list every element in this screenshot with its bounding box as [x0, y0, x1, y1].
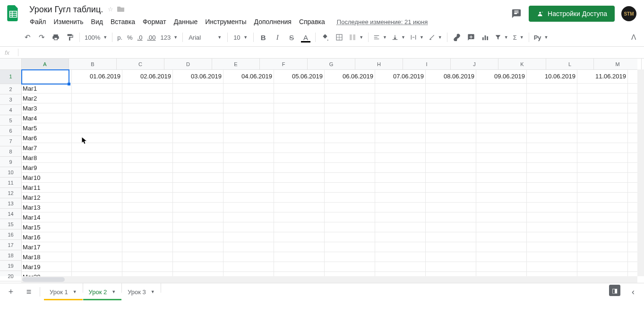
col-header-I[interactable]: I — [403, 59, 451, 69]
cell-B2[interactable] — [72, 84, 122, 93]
text-color-button[interactable]: A — [299, 31, 312, 44]
cell-F20[interactable] — [274, 262, 325, 272]
col-header-D[interactable]: D — [164, 59, 212, 69]
cell-D7[interactable] — [173, 133, 223, 143]
cell-G2[interactable] — [325, 84, 375, 93]
cell-B5[interactable] — [72, 113, 122, 123]
row-header-9[interactable]: 9 — [0, 157, 21, 167]
cell-C1[interactable]: 02.06.2019 — [122, 69, 173, 84]
cell-E21[interactable] — [223, 272, 274, 276]
cell-B9[interactable] — [72, 153, 122, 163]
cell-F3[interactable] — [274, 93, 325, 103]
cell-I6[interactable] — [426, 123, 476, 133]
cell-D19[interactable] — [173, 252, 223, 262]
cell-I9[interactable] — [426, 153, 476, 163]
cell-E15[interactable] — [223, 212, 274, 222]
cell-E2[interactable] — [223, 84, 274, 93]
cell-A16[interactable]: Маг15 — [21, 222, 72, 232]
sheets-logo[interactable] — [4, 4, 23, 23]
cell-A2[interactable]: Маг1 — [21, 84, 72, 93]
cell-G10[interactable] — [325, 163, 375, 173]
zoom-select[interactable]: 100%▼ — [83, 31, 109, 44]
cell-D12[interactable] — [173, 183, 223, 193]
col-header-E[interactable]: E — [212, 59, 260, 69]
cell-H9[interactable] — [375, 153, 426, 163]
comment-button[interactable] — [464, 31, 478, 44]
cell-H3[interactable] — [375, 93, 426, 103]
cell-D17[interactable] — [173, 232, 223, 242]
cell-F2[interactable] — [274, 84, 325, 93]
cell-H16[interactable] — [375, 222, 426, 232]
col-header-C[interactable]: C — [117, 59, 164, 69]
cell-C11[interactable] — [122, 173, 173, 183]
cell-C19[interactable] — [122, 252, 173, 262]
cell-K4[interactable] — [527, 103, 577, 113]
cell-B16[interactable] — [72, 222, 122, 232]
cell-M19[interactable] — [628, 252, 637, 262]
cell-J3[interactable] — [476, 93, 527, 103]
cell-I19[interactable] — [426, 252, 476, 262]
cell-I4[interactable] — [426, 103, 476, 113]
cell-D1[interactable]: 03.06.2019 — [173, 69, 223, 84]
cell-B3[interactable] — [72, 93, 122, 103]
horizontal-scrollbar[interactable] — [21, 276, 637, 283]
cell-K3[interactable] — [527, 93, 577, 103]
cell-J1[interactable]: 09.06.2019 — [476, 69, 527, 84]
cell-G17[interactable] — [325, 232, 375, 242]
cell-I2[interactable] — [426, 84, 476, 93]
cell-H21[interactable] — [375, 272, 426, 276]
script-button[interactable]: Ру▼ — [532, 31, 550, 44]
cell-L4[interactable] — [577, 103, 628, 113]
cell-J2[interactable] — [476, 84, 527, 93]
cell-L9[interactable] — [577, 153, 628, 163]
cell-C20[interactable] — [122, 262, 173, 272]
row-headers[interactable]: 12345678910111213141516171819202122 — [0, 69, 22, 276]
cell-K17[interactable] — [527, 232, 577, 242]
cell-L11[interactable] — [577, 173, 628, 183]
cell-H12[interactable] — [375, 183, 426, 193]
cell-A19[interactable]: Маг18 — [21, 252, 72, 262]
cell-G3[interactable] — [325, 93, 375, 103]
cell-M3[interactable] — [628, 93, 637, 103]
cell-G8[interactable] — [325, 143, 375, 153]
share-button[interactable]: Настройки Доступа — [529, 6, 615, 22]
cell-I17[interactable] — [426, 232, 476, 242]
cell-E7[interactable] — [223, 133, 274, 143]
sheet-tab-1[interactable]: Урок 2▼ — [83, 283, 122, 300]
cell-A10[interactable]: Маг9 — [21, 163, 72, 173]
select-all-corner[interactable] — [0, 59, 22, 70]
cell-A6[interactable]: Маг5 — [21, 123, 72, 133]
cell-J4[interactable] — [476, 103, 527, 113]
cell-L5[interactable] — [577, 113, 628, 123]
row-header-6[interactable]: 6 — [0, 126, 21, 136]
cell-G4[interactable] — [325, 103, 375, 113]
cell-I21[interactable] — [426, 272, 476, 276]
cell-F5[interactable] — [274, 113, 325, 123]
cell-G21[interactable] — [325, 272, 375, 276]
cell-F6[interactable] — [274, 123, 325, 133]
cell-J7[interactable] — [476, 133, 527, 143]
collapse-toolbar-button[interactable]: ᐱ — [627, 31, 640, 44]
cell-G19[interactable] — [325, 252, 375, 262]
menu-вид[interactable]: Вид — [88, 16, 106, 27]
cell-B13[interactable] — [72, 193, 122, 203]
cell-K7[interactable] — [527, 133, 577, 143]
cell-F15[interactable] — [274, 212, 325, 222]
cell-L18[interactable] — [577, 242, 628, 252]
row-header-18[interactable]: 18 — [0, 250, 21, 261]
cell-L7[interactable] — [577, 133, 628, 143]
row-header-12[interactable]: 12 — [0, 188, 21, 198]
cell-C15[interactable] — [122, 212, 173, 222]
cell-D11[interactable] — [173, 173, 223, 183]
cell-M6[interactable] — [628, 123, 637, 133]
col-header-F[interactable]: F — [260, 59, 308, 69]
cell-H18[interactable] — [375, 242, 426, 252]
cell-G5[interactable] — [325, 113, 375, 123]
redo-button[interactable]: ↷ — [35, 31, 48, 44]
menu-данные[interactable]: Данные — [171, 16, 201, 27]
cell-E14[interactable] — [223, 203, 274, 212]
all-sheets-button[interactable]: ≡ — [22, 285, 36, 299]
cell-F17[interactable] — [274, 232, 325, 242]
cell-D5[interactable] — [173, 113, 223, 123]
row-header-11[interactable]: 11 — [0, 178, 21, 188]
